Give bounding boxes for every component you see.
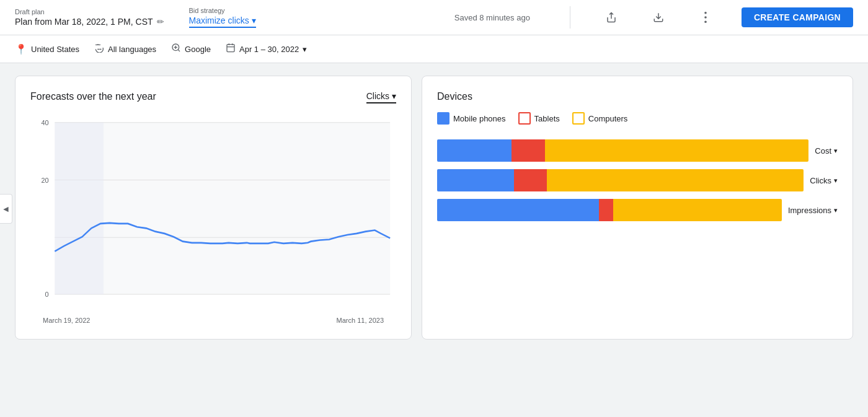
language-filter[interactable]: All languages <box>94 43 156 55</box>
forecast-metric-text: Clicks <box>366 91 389 101</box>
legend-tablets-label: Tablets <box>534 114 560 123</box>
location-icon: 📍 <box>15 43 27 55</box>
computers-icon <box>572 112 585 125</box>
impressions-label-text: Impressions <box>788 206 831 215</box>
clicks-label[interactable]: Clicks ▾ <box>810 176 838 185</box>
language-icon <box>94 43 104 55</box>
clicks-bar-row: Clicks ▾ <box>437 169 838 191</box>
legend-mobile: Mobile phones <box>437 112 506 125</box>
legend-tablets: Tablets <box>518 112 560 125</box>
cost-label-text: Cost <box>815 146 831 156</box>
svg-text:20: 20 <box>41 176 48 183</box>
impressions-bar-track <box>437 199 782 221</box>
svg-point-0 <box>704 12 707 14</box>
cost-chevron-icon: ▾ <box>834 147 838 155</box>
legend-mobile-label: Mobile phones <box>453 114 506 123</box>
forecast-card: Forecasts over the next year Clicks ▾ 40… <box>15 76 412 340</box>
x-start-label: March 19, 2022 <box>43 317 90 324</box>
clicks-tablets-segment <box>514 169 547 191</box>
svg-rect-13 <box>55 123 104 294</box>
mobile-icon <box>437 112 450 125</box>
bid-strategy-dropdown[interactable]: Maximize clicks ▾ <box>189 15 256 28</box>
network-icon <box>171 43 181 55</box>
sidebar-toggle-button[interactable]: ◄ <box>0 194 12 224</box>
forecast-metric-dropdown[interactable]: Clicks ▾ <box>366 91 396 103</box>
top-bar: Draft plan Plan from Mar 18, 2022, 1 PM,… <box>0 0 868 35</box>
clicks-chevron-icon: ▾ <box>834 177 838 185</box>
impressions-label[interactable]: Impressions ▾ <box>788 206 838 215</box>
legend-computers: Computers <box>572 112 628 125</box>
sidebar-toggle-icon: ◄ <box>2 204 11 214</box>
share-button[interactable] <box>600 6 622 29</box>
date-range-text: Apr 1 – 30, 2022 <box>239 45 299 54</box>
forecast-metric-chevron: ▾ <box>392 91 396 101</box>
divider <box>570 6 570 29</box>
devices-legend: Mobile phones Tablets Computers <box>437 112 838 125</box>
impressions-mobile-segment <box>437 199 599 221</box>
legend-computers-label: Computers <box>588 114 628 123</box>
create-campaign-button[interactable]: CREATE CAMPAIGN <box>742 7 853 27</box>
devices-card: Devices Mobile phones Tablets Computers <box>422 76 853 340</box>
date-chevron-icon: ▾ <box>303 45 307 54</box>
svg-rect-5 <box>55 123 390 294</box>
svg-point-2 <box>704 20 707 23</box>
draft-label: Draft plan <box>15 8 164 15</box>
x-end-label: March 11, 2023 <box>337 317 384 324</box>
x-axis-labels: March 19, 2022 March 11, 2023 <box>30 317 396 324</box>
svg-text:40: 40 <box>41 119 48 126</box>
network-text: Google <box>185 45 211 54</box>
impressions-chevron-icon: ▾ <box>834 206 838 214</box>
draft-info: Draft plan Plan from Mar 18, 2022, 1 PM,… <box>15 8 164 27</box>
bid-label: Bid strategy <box>189 7 256 14</box>
saved-status: Saved 8 minutes ago <box>454 13 530 22</box>
forecast-chart: 40 20 0 <box>30 116 396 314</box>
bid-info: Bid strategy Maximize clicks ▾ <box>189 7 256 28</box>
clicks-computers-segment <box>547 169 804 191</box>
network-filter[interactable]: Google <box>171 43 211 55</box>
location-filter[interactable]: 📍 United States <box>15 43 79 55</box>
cost-tablets-segment <box>512 139 545 162</box>
impressions-computers-segment <box>613 199 782 221</box>
main-content: Forecasts over the next year Clicks ▾ 40… <box>0 63 868 352</box>
date-range-filter[interactable]: Apr 1 – 30, 2022 ▾ <box>226 43 307 55</box>
svg-rect-4 <box>227 45 234 52</box>
download-button[interactable] <box>647 6 670 29</box>
edit-icon[interactable]: ✏ <box>157 17 164 27</box>
devices-title: Devices <box>437 91 838 102</box>
cost-bar-row: Cost ▾ <box>437 139 838 162</box>
clicks-bar-track <box>437 169 804 191</box>
draft-title-text: Plan from Mar 18, 2022, 1 PM, CST <box>15 17 153 27</box>
impressions-bar-row: Impressions ▾ <box>437 199 838 221</box>
cost-computers-segment <box>545 139 808 162</box>
svg-point-1 <box>704 16 707 19</box>
cost-label[interactable]: Cost ▾ <box>815 146 838 156</box>
bid-strategy-text: Maximize clicks <box>189 15 249 25</box>
impressions-tablets-segment <box>599 199 613 221</box>
filter-bar: 📍 United States All languages Google Apr… <box>0 35 868 63</box>
location-text: United States <box>31 45 79 54</box>
draft-title: Plan from Mar 18, 2022, 1 PM, CST ✏ <box>15 17 164 27</box>
cost-mobile-segment <box>437 139 512 162</box>
cost-bar-track <box>437 139 808 162</box>
chevron-down-icon: ▾ <box>252 15 256 25</box>
more-options-button[interactable] <box>694 6 717 29</box>
clicks-label-text: Clicks <box>810 176 831 185</box>
svg-text:0: 0 <box>45 291 48 298</box>
forecast-header: Forecasts over the next year Clicks ▾ <box>30 91 396 103</box>
tablets-icon <box>518 112 531 125</box>
forecast-title: Forecasts over the next year <box>30 91 156 102</box>
clicks-mobile-segment <box>437 169 514 191</box>
calendar-icon <box>226 43 236 55</box>
language-text: All languages <box>108 45 156 54</box>
